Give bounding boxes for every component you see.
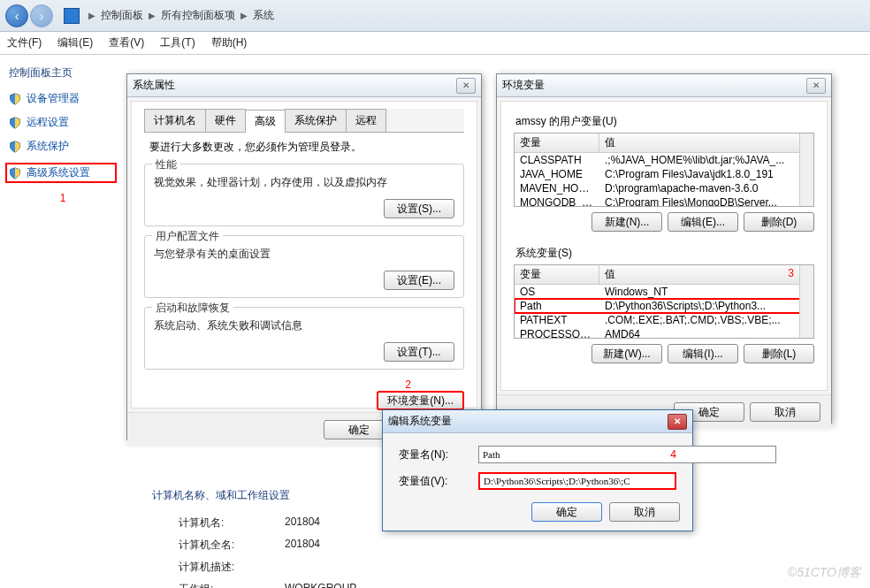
menu-view[interactable]: 查看(V): [109, 35, 144, 50]
sidebar-item-label: 远程设置: [27, 115, 69, 130]
watermark: ©51CTO博客: [788, 565, 861, 581]
settings-s-button[interactable]: 设置(S)...: [384, 199, 454, 218]
var-value-label: 变量值(V):: [399, 474, 478, 489]
table-row: MONGODB_HOMEC:\Program Files\MongoDB\Ser…: [515, 195, 813, 207]
tabs: 计算机名 硬件 高级 系统保护 远程: [144, 109, 464, 133]
dialog-title: 系统属性: [133, 78, 175, 93]
shield-icon: [9, 167, 21, 179]
sidebar-item-remote[interactable]: 远程设置: [9, 115, 117, 130]
back-button[interactable]: ‹: [5, 4, 28, 27]
group-user-profile: 用户配置文件 与您登录有关的桌面设置 设置(E)...: [144, 235, 464, 298]
dialog-edit-var: 编辑系统变量 ✕ 变量名(N): 4 变量值(V): 确定 取消: [382, 409, 693, 531]
group-title: 性能: [152, 157, 180, 172]
cancel-button[interactable]: 取消: [609, 502, 680, 522]
table-row-selected[interactable]: PathD:\Python36\Scripts\;D:\Python3...: [515, 299, 813, 313]
settings-t-button[interactable]: 设置(T)...: [384, 342, 454, 362]
tab-computer-name[interactable]: 计算机名: [144, 109, 206, 132]
group-startup-recovery: 启动和故障恢复 系统启动、系统失败和调试信息 设置(T)...: [144, 307, 464, 370]
new-sys-var-button[interactable]: 新建(W)...: [591, 344, 662, 363]
info-row: 计算机全名:201804: [179, 538, 843, 553]
sys-vars-grid[interactable]: 3 变量值 OSWindows_NT PathD:\Python36\Scrip…: [514, 264, 814, 339]
shield-icon: [9, 117, 21, 129]
user-vars-section: amssy 的用户变量(U) 变量值 CLASSPATH.;%JAVA_HOME…: [514, 114, 814, 237]
chevron-right-icon: ▶: [149, 11, 156, 20]
sidebar-item-device-manager[interactable]: 设备管理器: [9, 91, 117, 106]
menu-edit[interactable]: 编辑(E): [57, 35, 93, 50]
group-desc: 视觉效果，处理器计划，内存使用，以及虚拟内存: [154, 175, 454, 190]
settings-e-button[interactable]: 设置(E)...: [384, 271, 454, 290]
menu-help[interactable]: 帮助(H): [211, 35, 248, 50]
close-icon[interactable]: ✕: [456, 78, 476, 94]
breadcrumb-item[interactable]: 系统: [253, 8, 274, 23]
env-vars-button[interactable]: 环境变量(N)...: [377, 391, 464, 410]
sys-vars-section: 系统变量(S) 3 变量值 OSWindows_NT PathD:\Python…: [514, 246, 814, 369]
dialog-title: 环境变量: [502, 78, 545, 93]
var-value-input[interactable]: [478, 472, 676, 490]
tab-advanced[interactable]: 高级: [245, 110, 286, 133]
table-row: PROCESSOR_AR...AMD64: [515, 327, 813, 339]
sidebar-item-advanced[interactable]: 高级系统设置: [5, 163, 117, 183]
info-row: 计算机描述:: [179, 560, 843, 575]
close-icon[interactable]: ✕: [668, 414, 687, 430]
sidebar: 控制面板主页 设备管理器 远程设置 系统保护 高级系统设置 1: [0, 55, 126, 588]
table-row: PATHEXT.COM;.EXE;.BAT;.CMD;.VBS;.VBE;...: [515, 313, 813, 327]
close-icon[interactable]: ✕: [806, 78, 826, 94]
group-title: 启动和故障恢复: [152, 301, 233, 316]
chevron-right-icon: ▶: [88, 11, 95, 20]
table-row: JAVA_HOMEC:\Program Files\Java\jdk1.8.0_…: [515, 167, 813, 181]
shield-icon: [9, 141, 21, 153]
menu-file[interactable]: 文件(F): [7, 35, 42, 50]
annotation-3: 3: [788, 267, 794, 279]
dialog-system-properties: 系统属性 ✕ 计算机名 硬件 高级 系统保护 远程 要进行大多数更改，您必须作为…: [126, 73, 482, 440]
dialog-env-vars: 环境变量 ✕ amssy 的用户变量(U) 变量值 CLASSPATH.;%JA…: [496, 73, 832, 424]
sidebar-item-protection[interactable]: 系统保护: [9, 139, 117, 154]
group-desc: 系统启动、系统失败和调试信息: [154, 318, 454, 333]
scrollbar[interactable]: [799, 134, 813, 206]
group-performance: 性能 视觉效果，处理器计划，内存使用，以及虚拟内存 设置(S)...: [144, 164, 464, 226]
sidebar-item-label: 设备管理器: [27, 91, 80, 106]
user-vars-grid[interactable]: 变量值 CLASSPATH.;%JAVA_HOME%\lib\dt.jar;%J…: [514, 133, 814, 207]
intro-text: 要进行大多数更改，您必须作为管理员登录。: [149, 140, 464, 155]
group-title: 用户配置文件: [152, 229, 223, 244]
tab-remote[interactable]: 远程: [346, 109, 386, 132]
dialog-title: 编辑系统变量: [388, 414, 452, 429]
tab-protection[interactable]: 系统保护: [285, 109, 347, 132]
info-row: 工作组:WORKGROUP: [179, 582, 843, 588]
explorer-topbar: ‹ › ▶ 控制面板 ▶ 所有控制面板项 ▶ 系统: [0, 0, 870, 32]
ok-button[interactable]: 确定: [531, 502, 602, 522]
annotation-1: 1: [9, 192, 117, 204]
edit-sys-var-button[interactable]: 编辑(I)...: [668, 344, 738, 363]
chevron-right-icon: ▶: [240, 11, 248, 20]
tab-hardware[interactable]: 硬件: [205, 109, 246, 132]
sidebar-item-label: 系统保护: [27, 139, 69, 154]
control-panel-icon: [64, 8, 80, 24]
table-row: CLASSPATH.;%JAVA_HOME%\lib\dt.jar;%JAVA_…: [515, 153, 813, 167]
sidebar-title: 控制面板主页: [9, 65, 117, 80]
delete-sys-var-button[interactable]: 删除(L): [744, 344, 814, 363]
breadcrumb[interactable]: ▶ 控制面板 ▶ 所有控制面板项 ▶ 系统: [64, 8, 274, 24]
forward-button[interactable]: ›: [30, 4, 53, 27]
breadcrumb-item[interactable]: 所有控制面板项: [161, 8, 235, 23]
new-user-var-button[interactable]: 新建(N)...: [591, 212, 662, 232]
scrollbar[interactable]: [799, 265, 813, 338]
annotation-2: 2: [144, 378, 411, 391]
table-row: OSWindows_NT: [515, 285, 813, 299]
table-row: MAVEN_HOMED:\program\apache-maven-3.6.0: [515, 181, 813, 195]
edit-user-var-button[interactable]: 编辑(E)...: [668, 212, 738, 232]
menu-tools[interactable]: 工具(T): [160, 35, 195, 50]
sidebar-item-label: 高级系统设置: [27, 165, 90, 180]
menubar: 文件(F) 编辑(E) 查看(V) 工具(T) 帮助(H): [0, 32, 870, 55]
delete-user-var-button[interactable]: 删除(D): [744, 212, 814, 232]
breadcrumb-item[interactable]: 控制面板: [101, 8, 143, 23]
sys-vars-label: 系统变量(S): [515, 246, 814, 261]
user-vars-label: amssy 的用户变量(U): [515, 114, 814, 129]
shield-icon: [9, 93, 21, 105]
cancel-button[interactable]: 取消: [750, 402, 820, 422]
var-name-label: 变量名(N):: [399, 447, 478, 462]
var-name-input[interactable]: [478, 446, 776, 463]
group-desc: 与您登录有关的桌面设置: [154, 247, 454, 262]
